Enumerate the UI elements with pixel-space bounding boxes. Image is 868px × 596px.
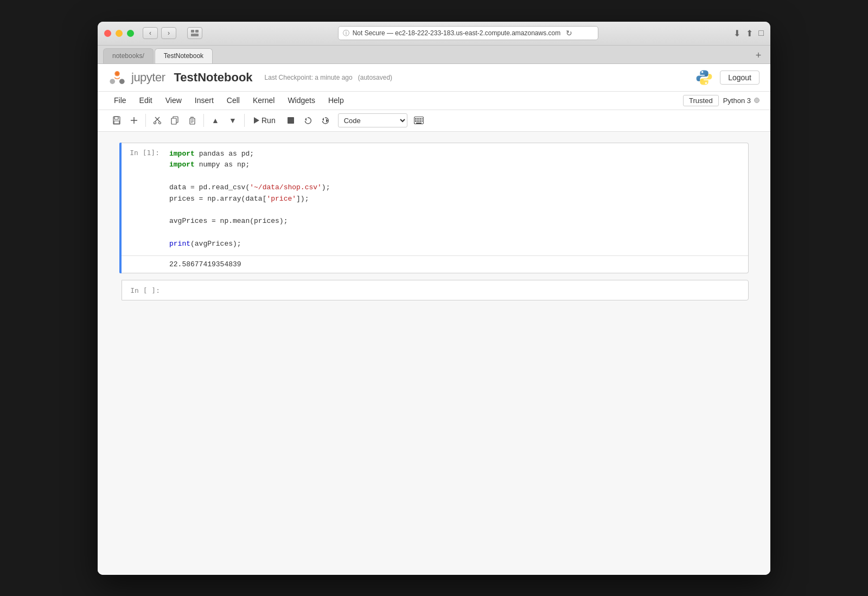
copy-button[interactable]	[167, 113, 183, 128]
notebook-area: In [1]: import pandas as pd; import nump…	[98, 132, 770, 318]
back-button[interactable]: ‹	[143, 27, 158, 39]
kw-import-1: import	[169, 150, 195, 158]
jupyter-container: jupyter TestNotebook Last Checkpoint: a …	[98, 64, 770, 575]
layout-button[interactable]	[187, 27, 202, 39]
info-icon: ⓘ	[343, 29, 349, 38]
menu-view[interactable]: View	[160, 94, 187, 107]
menu-help[interactable]: Help	[323, 94, 349, 107]
code-as-2: as	[224, 161, 233, 169]
code-text: pandas	[199, 150, 225, 158]
jupyter-brand: jupyter	[131, 71, 165, 85]
svg-point-5	[119, 79, 125, 84]
svg-point-15	[159, 122, 161, 124]
cut-button[interactable]	[149, 113, 165, 128]
logout-button[interactable]: Logout	[720, 71, 760, 85]
jupyter-logo-icon	[108, 69, 126, 86]
forward-button[interactable]: ›	[161, 27, 176, 39]
menu-file[interactable]: File	[108, 94, 132, 107]
toolbar-separator-1	[145, 114, 146, 127]
cell-1-container: In [1]: import pandas as pd; import nump…	[119, 143, 749, 273]
code-print-call: (avgPrices);	[190, 240, 241, 248]
tab-bar: notebooks/ TestNotebook +	[98, 46, 770, 64]
code-np: np	[237, 161, 246, 169]
code-data-var: data = pd.read_csv('~/data/shop.csv');	[169, 183, 330, 191]
cell-2-input: In [ ]:	[122, 280, 748, 300]
cell-1[interactable]: In [1]: import pandas as pd; import nump…	[122, 143, 749, 273]
share-icon[interactable]: ⬆	[746, 28, 753, 39]
keyboard-shortcut-button[interactable]	[411, 113, 427, 128]
cell-1-label: In [1]:	[122, 148, 165, 157]
minimize-button[interactable]	[116, 30, 123, 37]
svg-marker-22	[254, 117, 259, 124]
tab-testnotebook[interactable]: TestNotebook	[155, 48, 213, 63]
jupyter-header: jupyter TestNotebook Last Checkpoint: a …	[98, 64, 770, 92]
notebook-title[interactable]: TestNotebook	[174, 71, 253, 85]
svg-point-4	[110, 79, 115, 84]
svg-point-14	[154, 122, 156, 124]
save-button[interactable]	[108, 113, 125, 128]
svg-rect-33	[417, 120, 419, 122]
nav-buttons: ‹ ›	[143, 27, 176, 39]
menu-kernel[interactable]: Kernel	[247, 94, 280, 107]
address-bar-area: ⓘ Not Secure — ec2-18-222-233-183.us-eas…	[202, 26, 733, 40]
fullscreen-icon[interactable]: □	[758, 28, 764, 38]
cell-1-code[interactable]: import pandas as pd; import numpy as np;…	[165, 148, 748, 251]
svg-rect-17	[171, 118, 176, 124]
svg-point-6	[116, 72, 119, 75]
kernel-info: Python 3	[723, 97, 760, 105]
restart-run-button[interactable]	[317, 113, 334, 128]
address-text: Not Secure — ec2-18-222-233-183.us-east-…	[353, 29, 561, 37]
svg-rect-30	[419, 118, 421, 120]
add-cell-button[interactable]	[126, 113, 142, 128]
reload-button[interactable]: ↻	[566, 29, 572, 37]
menu-edit[interactable]: Edit	[134, 94, 158, 107]
code-pd: pd	[241, 150, 250, 158]
right-icons: ⬇ ⬆ □	[733, 28, 764, 39]
browser-content: jupyter TestNotebook Last Checkpoint: a …	[98, 64, 770, 575]
code-as-1: as	[228, 150, 237, 158]
svg-rect-31	[422, 118, 423, 120]
cell-1-output: 22.58677419354839	[122, 255, 748, 273]
output-label	[122, 260, 165, 268]
tab-notebooks[interactable]: notebooks/	[103, 48, 154, 63]
cell-2-code-input[interactable]	[165, 285, 748, 296]
menu-cell[interactable]: Cell	[221, 94, 245, 107]
cell-type-select[interactable]: Code Markdown Raw NBConvert	[338, 113, 407, 127]
restart-button[interactable]	[300, 113, 316, 128]
toolbar-separator-3	[244, 114, 245, 127]
svg-rect-28	[415, 118, 417, 120]
svg-rect-35	[422, 120, 423, 122]
svg-marker-24	[305, 118, 307, 121]
interrupt-button[interactable]	[283, 113, 299, 128]
maximize-button[interactable]	[127, 30, 134, 37]
svg-rect-36	[416, 123, 422, 124]
checkpoint-info: Last Checkpoint: a minute ago (autosaved…	[265, 74, 393, 81]
new-tab-button[interactable]: +	[752, 49, 765, 62]
cell-2[interactable]: In [ ]:	[122, 280, 749, 300]
cell-2-label: In [ ]:	[122, 285, 165, 294]
menu-insert[interactable]: Insert	[189, 94, 219, 107]
address-bar[interactable]: ⓘ Not Secure — ec2-18-222-233-183.us-eas…	[338, 26, 598, 40]
kernel-label: Python 3	[723, 97, 751, 105]
menu-bar: File Edit View Insert Cell Kernel Widget…	[98, 92, 770, 110]
svg-rect-2	[191, 34, 199, 36]
code-str-2: 'price'	[266, 195, 296, 203]
close-button[interactable]	[104, 30, 111, 37]
paste-button[interactable]	[184, 113, 200, 128]
menu-widgets[interactable]: Widgets	[282, 94, 321, 107]
output-value: 22.58677419354839	[165, 260, 246, 268]
svg-marker-25	[322, 118, 324, 121]
trusted-button[interactable]: Trusted	[683, 95, 719, 106]
move-up-button[interactable]: ▲	[207, 113, 224, 128]
cell-1-input: In [1]: import pandas as pd; import nump…	[122, 143, 748, 255]
download-icon[interactable]: ⬇	[733, 28, 741, 39]
svg-rect-34	[419, 120, 421, 122]
svg-rect-29	[417, 118, 419, 120]
code-prices-var: prices = np.array(data['price']);	[169, 195, 309, 203]
run-button[interactable]: Run	[248, 113, 282, 128]
code-print-fn: print	[169, 240, 190, 248]
traffic-lights	[104, 30, 134, 37]
move-down-button[interactable]: ▼	[225, 113, 241, 128]
toolbar: ▲ ▼ Run Code Markdown	[98, 110, 770, 132]
svg-rect-8	[114, 117, 118, 119]
